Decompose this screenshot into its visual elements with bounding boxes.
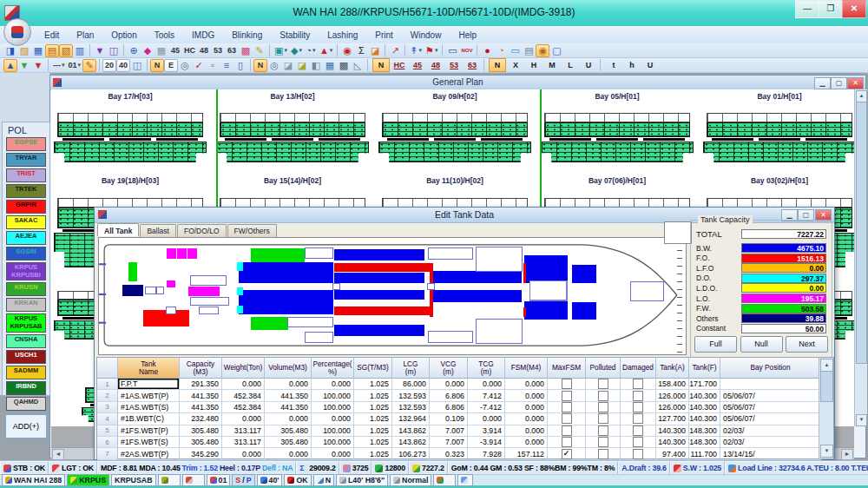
value-cell[interactable]: 143.862: [392, 425, 430, 437]
value-cell[interactable]: 305.480: [265, 425, 312, 437]
maxfsm-cell[interactable]: [548, 437, 586, 448]
bay-position-cell[interactable]: 02/03/: [720, 425, 821, 437]
damaged-checkbox[interactable]: [633, 437, 643, 447]
menu-stability[interactable]: Stability: [272, 28, 318, 43]
value-cell[interactable]: 157.112: [505, 448, 548, 459]
damaged-checkbox[interactable]: [633, 425, 643, 436]
tank-name-cell[interactable]: #1AS.WBT(P): [118, 390, 180, 401]
value-cell[interactable]: 132.964: [392, 413, 430, 425]
bay-grid[interactable]: [707, 113, 852, 162]
tank-a-cell[interactable]: 140.300: [656, 425, 689, 437]
copy-page-icon[interactable]: ▢: [549, 44, 563, 57]
tank-name-cell[interactable]: #1B.WBT(C): [118, 413, 180, 425]
value-cell[interactable]: 100.000: [312, 437, 354, 448]
polluted-checkbox[interactable]: [598, 391, 608, 401]
pol-port-krkan[interactable]: KRKAN: [6, 298, 46, 312]
down-triangle-green-button[interactable]: ▼: [17, 59, 31, 72]
value-cell[interactable]: 0.000: [505, 437, 548, 448]
gp-minimize-button[interactable]: ▁: [814, 77, 831, 89]
tank-name-cell[interactable]: #1FS.WBT(P): [118, 425, 180, 437]
bay-grid[interactable]: [220, 113, 365, 162]
mode-indicator[interactable]: Normal: [390, 474, 431, 486]
tank-a-cell[interactable]: 127.700: [656, 413, 689, 425]
value-cell[interactable]: 1.025: [354, 379, 392, 390]
value-cell[interactable]: 441.350: [180, 402, 222, 413]
side-indicator[interactable]: S/P: [232, 474, 254, 486]
down-triangle-red-button[interactable]: ▼: [31, 59, 45, 72]
bay-grid[interactable]: [544, 113, 690, 162]
size-btn-45[interactable]: 45: [409, 58, 426, 72]
value-cell[interactable]: 3.914: [468, 425, 505, 437]
pol-port-krusn[interactable]: KRUSN: [6, 282, 46, 296]
value-cell[interactable]: 291.350: [180, 379, 222, 390]
unit-btn-t[interactable]: t: [605, 58, 622, 72]
pol-port-tryar[interactable]: TRYAR: [6, 153, 46, 167]
value-cell[interactable]: 0.000: [505, 425, 548, 437]
scroll-down-arrow[interactable]: ▼: [856, 414, 867, 426]
polluted-cell[interactable]: [586, 379, 621, 390]
value-cell[interactable]: 452.384: [222, 402, 265, 413]
normal-mode-button[interactable]: N: [150, 59, 164, 72]
column-header-tank-a-[interactable]: Tank(A): [656, 358, 689, 379]
value-cell[interactable]: 345.290: [180, 448, 222, 459]
value-cell[interactable]: 0.109: [430, 413, 468, 425]
damaged-cell[interactable]: [621, 379, 656, 390]
polluted-cell[interactable]: [586, 402, 621, 413]
tab-ballast[interactable]: Ballast: [140, 224, 176, 237]
chat-icon[interactable]: ▭: [508, 44, 522, 57]
class-btn-n[interactable]: N: [489, 58, 506, 72]
tab-all-tank[interactable]: All Tank: [97, 223, 139, 236]
value-cell[interactable]: 0.000: [265, 379, 312, 390]
size-btn-48[interactable]: 48: [427, 58, 444, 72]
tier-icon[interactable]: ◫: [130, 59, 144, 72]
tank-a-cell[interactable]: 126.000: [656, 402, 689, 413]
value-cell[interactable]: 86.000: [392, 379, 430, 390]
pol-port-krpus[interactable]: KRPUS KRPUSBI: [6, 262, 46, 280]
value-cell[interactable]: 0.000: [265, 413, 312, 425]
general-plan-titlebar[interactable]: General Plan ▁ ▢ ✕: [50, 76, 865, 90]
size-63-label[interactable]: 63: [225, 44, 239, 57]
value-cell[interactable]: 0.000: [222, 379, 265, 390]
column-header-weight-ton-[interactable]: Weight(Ton): [222, 358, 265, 379]
pol-port-krpus[interactable]: KRPUS KRPUSAB: [6, 313, 46, 332]
value-cell[interactable]: 313.117: [222, 437, 265, 448]
polluted-checkbox[interactable]: [598, 437, 608, 447]
save-icon[interactable]: ▦: [31, 44, 45, 57]
dark-grid-icon[interactable]: ▩: [337, 59, 351, 72]
scroll-right-arrow[interactable]: ►: [841, 449, 853, 460]
pod-dropdown[interactable]: [158, 474, 181, 486]
menu-print[interactable]: Print: [367, 28, 401, 43]
polluted-checkbox[interactable]: [598, 413, 608, 424]
palette-icon[interactable]: ◔: [494, 44, 508, 57]
damaged-checkbox[interactable]: [633, 379, 643, 389]
maxfsm-cell[interactable]: [548, 413, 586, 425]
value-cell[interactable]: 100.000: [312, 425, 354, 437]
pol-port-qahmd[interactable]: QAHMD: [6, 397, 46, 411]
maxfsm-checkbox[interactable]: [562, 402, 572, 412]
maxfsm-checkbox[interactable]: [562, 437, 572, 447]
tank-f-cell[interactable]: 171.700: [689, 379, 720, 390]
tab-fo-do-lo[interactable]: FO/DO/LO: [177, 224, 227, 237]
size-detail[interactable]: L40' H8'6": [336, 474, 388, 486]
value-cell[interactable]: 452.384: [222, 390, 265, 401]
value-cell[interactable]: 305.480: [265, 437, 312, 448]
pol-port-sakac[interactable]: SAKAC: [6, 215, 46, 229]
size-hc-label[interactable]: HC: [182, 44, 197, 57]
value-cell[interactable]: 1.025: [354, 448, 392, 459]
tab-fw-others[interactable]: FW/Others: [227, 224, 277, 237]
maxfsm-checkbox[interactable]: [562, 425, 572, 436]
value-cell[interactable]: -7.412: [468, 402, 505, 413]
polluted-checkbox[interactable]: [598, 449, 608, 459]
value-cell[interactable]: 106.273: [392, 448, 430, 459]
sum-icon[interactable]: Σ: [354, 44, 368, 57]
maxfsm-checkbox[interactable]: [562, 413, 572, 424]
class-btn-x[interactable]: X: [507, 58, 524, 72]
table-row[interactable]: 4#1B.WBT(C)232.4800.0000.0000.0001.02513…: [97, 413, 833, 425]
check-flag-icon[interactable]: ✓: [192, 59, 206, 72]
class-btn-h[interactable]: H: [525, 58, 542, 72]
value-cell[interactable]: 100.000: [312, 390, 354, 401]
maxfsm-checkbox[interactable]: ✓: [562, 449, 572, 459]
value-cell[interactable]: 441.350: [180, 390, 222, 401]
tank-name-cell[interactable]: #1FS.WBT(S): [118, 437, 180, 448]
polluted-cell[interactable]: [586, 448, 621, 459]
